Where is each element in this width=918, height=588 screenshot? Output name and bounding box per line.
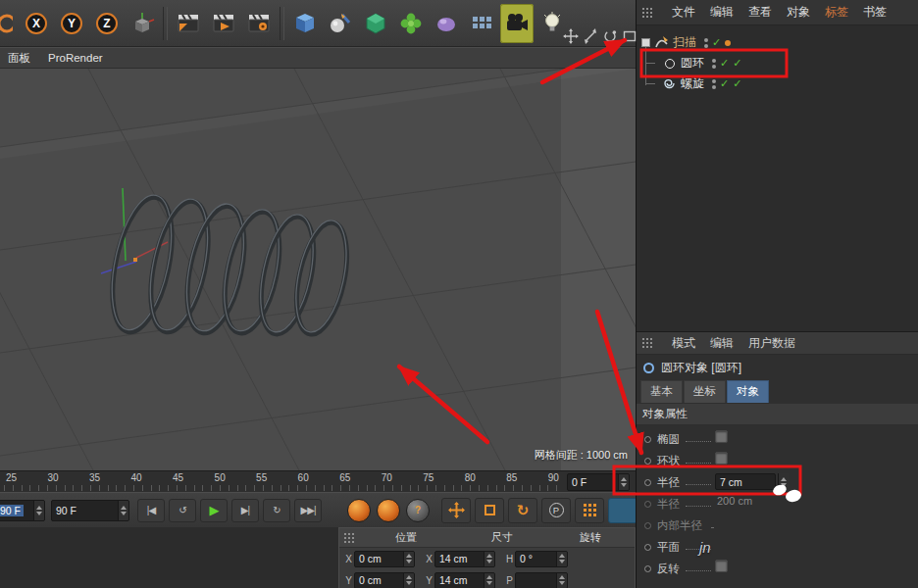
reverse-checkbox[interactable] (715, 560, 728, 572)
am-menu-mode[interactable]: 模式 (672, 335, 695, 352)
render-active-view-button[interactable] (347, 499, 371, 522)
anim-dot-icon[interactable] (644, 479, 651, 486)
cut-tool-button[interactable] (0, 4, 18, 43)
axis-y-button[interactable]: Y (55, 4, 88, 43)
size-y-field[interactable]: 14 cm (434, 572, 495, 588)
metaball-button[interactable] (430, 4, 463, 43)
current-frame-value: 0 F (568, 474, 618, 490)
frame-stepper[interactable] (118, 501, 128, 520)
pos-y-field[interactable]: 0 cm (354, 572, 415, 588)
render-settings-button[interactable] (242, 4, 276, 43)
axis-z-button[interactable]: Z (90, 4, 124, 43)
tick-label: 45 (173, 472, 183, 483)
expand-toggle-icon[interactable] (641, 38, 650, 47)
panel-grip-icon[interactable] (343, 532, 355, 544)
scale-tool-button[interactable] (475, 498, 504, 523)
goto-end-button[interactable]: ▶▶| (294, 499, 322, 522)
current-frame-stepper[interactable] (618, 474, 629, 490)
array-button[interactable] (465, 4, 498, 43)
viewport-canvas[interactable]: 网格间距 : 1000 cm (0, 69, 636, 470)
end-frame-field[interactable]: 90 F (0, 500, 45, 521)
parent-tool-button[interactable]: P (541, 498, 571, 523)
end-frame-stepper[interactable] (33, 501, 44, 520)
object-row-sweep[interactable]: 扫描 ✓ (637, 32, 793, 53)
svg-text:Y: Y (68, 17, 76, 30)
viewport-menu-prorender[interactable]: ProRender (48, 52, 103, 64)
size-x-field[interactable]: 14 cm (434, 551, 495, 567)
axis-x-button[interactable]: X (20, 4, 53, 43)
layer-color-dot[interactable] (725, 40, 731, 46)
object-row-helix[interactable]: 螺旋 ✓ ✓ (637, 74, 793, 94)
am-menu-edit[interactable]: 编辑 (710, 335, 734, 352)
tab-coordinates[interactable]: 坐标 (684, 380, 726, 403)
rotate-view-icon[interactable] (602, 28, 618, 44)
frame-field[interactable]: 90 F (51, 500, 129, 521)
visibility-dots[interactable] (712, 59, 716, 69)
tab-object[interactable]: 对象 (727, 380, 769, 403)
rotate-tool-button[interactable]: ↻ (508, 498, 537, 523)
render-picture-button[interactable] (377, 499, 400, 522)
visibility-dots[interactable] (704, 38, 708, 48)
enable-check-icon[interactable]: ✓ (720, 58, 729, 69)
ellipse-checkbox[interactable] (715, 430, 728, 443)
om-menu-object[interactable]: 对象 (787, 4, 810, 21)
object-row-circle[interactable]: 圆环 ✓ ✓ (637, 53, 793, 74)
om-menu-tags[interactable]: 标签 (825, 4, 848, 21)
tab-basic[interactable]: 基本 (640, 380, 683, 403)
play-backwards-button[interactable]: ↺ (169, 499, 196, 522)
ring-checkbox[interactable] (715, 452, 728, 465)
om-menu-edit[interactable]: 编辑 (710, 4, 734, 21)
coordinate-system-button[interactable] (126, 4, 159, 43)
tick-label: 40 (131, 472, 142, 483)
cinema4d-window: X Y Z (0, 0, 918, 588)
generator-clover-button[interactable] (394, 4, 428, 43)
enable-check-icon[interactable]: ✓ (712, 37, 721, 48)
primitive-cube-button[interactable] (288, 4, 322, 43)
rot-p-field[interactable] (515, 572, 568, 588)
om-menu-bookmarks[interactable]: 书签 (863, 4, 887, 21)
viewport-menu-panel[interactable]: 面板 (8, 51, 30, 66)
timeline-ruler[interactable]: 2530354045505560657075808590 0 F (0, 470, 636, 492)
pan-view-icon[interactable] (563, 28, 579, 44)
paint-sphere-button[interactable] (324, 4, 357, 43)
panel-grip-icon[interactable] (641, 337, 653, 349)
anim-dot-icon[interactable] (644, 522, 651, 529)
edge-panel-button[interactable] (608, 498, 636, 523)
z-axis-icon: Z (94, 11, 120, 36)
render-settings-round-button[interactable]: ? (406, 499, 430, 522)
play-button[interactable]: ▶ (200, 499, 228, 522)
loop-button[interactable]: ↻ (263, 499, 290, 522)
zoom-view-icon[interactable] (583, 28, 598, 44)
om-menu-file[interactable]: 文件 (672, 4, 695, 21)
viewport-nav-controls (563, 28, 638, 44)
visibility-dots[interactable] (712, 79, 716, 89)
render-view-button[interactable] (172, 4, 205, 43)
subdivision-surface-button[interactable] (359, 4, 392, 43)
toggle-view-icon[interactable] (622, 28, 638, 44)
anim-dot-icon[interactable] (644, 436, 651, 443)
anim-dot-icon[interactable] (644, 458, 651, 465)
radius-field[interactable]: 7 cm (715, 473, 776, 490)
pos-x-label: X (343, 554, 354, 564)
current-frame-field[interactable]: 0 F (567, 473, 630, 491)
om-menu-view[interactable]: 查看 (748, 4, 772, 21)
goto-start-button[interactable]: |◀ (137, 499, 165, 522)
next-frame-button[interactable]: ▶| (231, 499, 259, 522)
anim-dot-icon[interactable] (644, 565, 651, 572)
radius-stepper[interactable] (778, 473, 789, 490)
rot-h-field[interactable]: 0 ° (515, 551, 568, 567)
enable-check-icon[interactable]: ✓ (733, 78, 741, 89)
green-gem-icon (363, 11, 388, 36)
anim-dot-icon[interactable] (644, 544, 651, 551)
move-tool-button[interactable] (441, 498, 471, 523)
am-menu-userdata[interactable]: 用户数据 (748, 335, 795, 352)
enable-check-icon[interactable]: ✓ (733, 58, 741, 69)
snap-grid-button[interactable] (575, 498, 604, 523)
camera-tool-button[interactable] (500, 4, 534, 43)
enable-check-icon[interactable]: ✓ (720, 78, 729, 89)
pos-x-field[interactable]: 0 cm (354, 551, 415, 567)
render-picture-viewer-button[interactable] (207, 4, 240, 43)
anim-dot-icon[interactable] (644, 501, 651, 508)
panel-grip-icon[interactable] (641, 7, 653, 19)
axes-cube-icon (129, 11, 155, 36)
